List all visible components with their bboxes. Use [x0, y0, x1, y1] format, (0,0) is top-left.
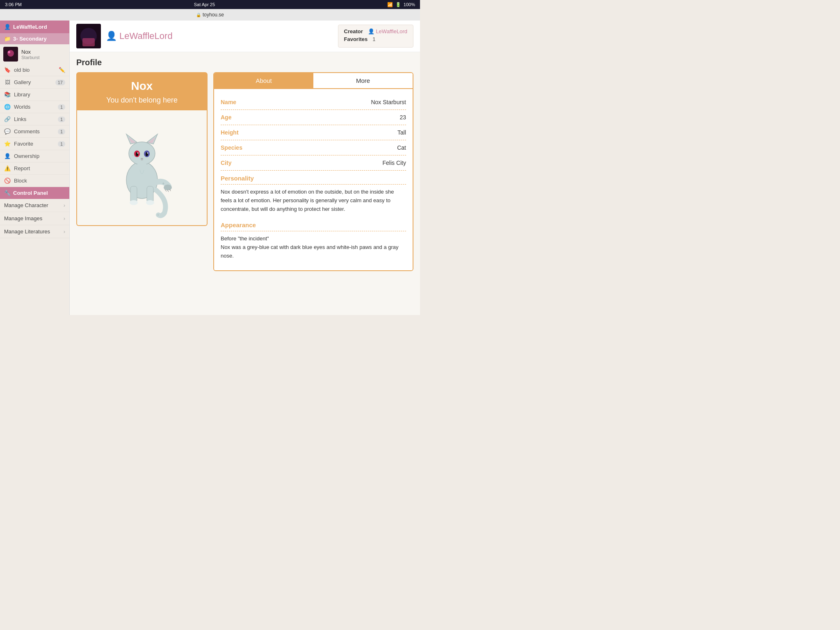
sidebar-item-library[interactable]: 📚 Library	[0, 89, 69, 101]
worlds-icon: 🌐	[4, 104, 11, 110]
sidebar-item-old-bio[interactable]: 🔖 old bio ✏️	[0, 64, 69, 76]
field-label-name: Name	[221, 99, 270, 105]
status-date: Sat Apr 25	[194, 2, 215, 7]
battery-icon: 🔋	[395, 2, 401, 7]
creator-link[interactable]: 👤 LeWaffleLord	[368, 28, 407, 34]
banner-char-name: Nox	[82, 80, 202, 93]
status-right: 📶 🔋 100%	[387, 2, 415, 7]
url-text: toyhou.se	[203, 12, 224, 18]
wifi-icon: 📶	[387, 2, 393, 7]
field-age: Age 23	[221, 110, 406, 125]
field-label-height: Height	[221, 129, 270, 136]
links-icon: 🔗	[4, 116, 11, 122]
bookmark-icon: 🔖	[4, 67, 11, 73]
comments-icon: 💬	[4, 128, 11, 135]
sidebar-label-worlds: Worlds	[14, 104, 55, 110]
info-content: Name Nox Starburst Age 23 Height Tall	[214, 89, 413, 270]
favorite-badge: 1	[58, 141, 65, 147]
sidebar-item-block[interactable]: 🚫 Block	[0, 175, 69, 187]
library-icon: 📚	[4, 91, 11, 98]
sidebar-item-comments[interactable]: 💬 Comments 1	[0, 126, 69, 138]
appearance-header: Appearance	[221, 217, 406, 231]
personality-header: Personality	[221, 171, 406, 185]
folder-icon: 📁	[4, 36, 11, 42]
sidebar-label-ownership: Ownership	[14, 153, 65, 159]
chevron-right-icon-3: ›	[64, 228, 65, 235]
status-bar: 3:06 PM Sat Apr 25 📶 🔋 100%	[0, 0, 420, 9]
svg-text:✦: ✦	[157, 213, 160, 217]
tab-more[interactable]: More	[313, 73, 413, 88]
svg-point-26	[146, 200, 154, 205]
sidebar-label-report: Report	[14, 165, 65, 171]
sidebar-label-favorite: Favorite	[14, 141, 55, 147]
sidebar-item-worlds[interactable]: 🌐 Worlds 1	[0, 101, 69, 113]
favorites-row: Favorites 1	[344, 36, 407, 42]
banner-top: Nox You don't belong here	[76, 72, 208, 110]
svg-point-1	[7, 50, 14, 57]
char-owner-name[interactable]: 👤 LeWaffleLord	[106, 31, 173, 41]
sidebar-item-report[interactable]: ⚠️ Report	[0, 162, 69, 175]
svg-point-7	[129, 142, 155, 165]
sidebar-character[interactable]: Nox Starburst	[0, 44, 69, 64]
field-name: Name Nox Starburst	[221, 95, 406, 110]
creator-row: Creator 👤 LeWaffleLord	[344, 28, 407, 34]
sidebar-folder[interactable]: 📁 3- Secondary	[0, 33, 69, 44]
profile-title: Profile	[76, 58, 413, 67]
field-species: Species Cat	[221, 140, 406, 155]
sidebar-char-name: Nox	[21, 49, 40, 55]
cat-illustration: ✦ ✦	[101, 114, 183, 221]
tab-about[interactable]: About	[214, 73, 313, 88]
links-badge: 1	[58, 116, 65, 122]
sidebar-username[interactable]: 👤 LeWaffleLord	[0, 21, 69, 33]
svg-point-20	[132, 155, 133, 156]
block-icon: 🚫	[4, 178, 11, 184]
user-icon: 👤	[4, 24, 11, 30]
svg-point-2	[8, 51, 10, 53]
char-header-avatar	[76, 24, 101, 48]
ownership-icon: 👤	[4, 153, 11, 159]
creator-label: Creator	[344, 28, 363, 34]
chevron-right-icon-2: ›	[64, 215, 65, 221]
field-value-species: Cat	[397, 144, 406, 151]
edit-icon[interactable]: ✏️	[59, 67, 65, 73]
favorites-label: Favorites	[344, 36, 368, 42]
sidebar-manage-character[interactable]: Manage Character ›	[0, 199, 69, 212]
manage-char-label: Manage Character	[4, 202, 48, 208]
sidebar-item-links[interactable]: 🔗 Links 1	[0, 113, 69, 126]
favorite-icon: ⭐	[4, 141, 11, 147]
personality-text: Nox doesn't express a lot of emotion on …	[221, 188, 406, 213]
sidebar-item-ownership[interactable]: 👤 Ownership	[0, 150, 69, 162]
field-label-city: City	[221, 160, 270, 166]
comments-badge: 1	[58, 129, 65, 135]
svg-rect-5	[82, 38, 95, 46]
sidebar-manage-literatures[interactable]: Manage Literatures ›	[0, 225, 69, 238]
sidebar-label-block: Block	[14, 178, 65, 184]
sidebar-item-favorite[interactable]: ⭐ Favorite 1	[0, 138, 69, 150]
user-icon-header: 👤	[106, 31, 117, 41]
svg-rect-21	[137, 164, 147, 169]
svg-text:✦: ✦	[162, 181, 165, 186]
field-city: City Felis City	[221, 155, 406, 171]
sidebar-item-gallery[interactable]: 🖼 Gallery 17	[0, 76, 69, 89]
profile-body: Nox You don't belong here	[76, 72, 413, 271]
svg-point-18	[141, 158, 143, 160]
gallery-badge: 17	[55, 80, 65, 85]
char-header-name-wrap: 👤 LeWaffleLord	[106, 31, 173, 41]
url-bar[interactable]: 🔒 toyhou.se	[0, 9, 420, 21]
report-icon: ⚠️	[4, 165, 11, 171]
app-container: 👤 LeWaffleLord 📁 3- Secondary Nox Starbu…	[0, 21, 420, 315]
sidebar: 👤 LeWaffleLord 📁 3- Secondary Nox Starbu…	[0, 21, 70, 315]
banner-image: ✦ ✦	[76, 110, 208, 226]
svg-point-24	[164, 185, 172, 190]
creator-icon: 👤	[368, 28, 374, 34]
field-height: Height Tall	[221, 125, 406, 140]
sidebar-label-old-bio: old bio	[14, 67, 55, 73]
char-avatar-small	[3, 47, 18, 62]
field-value-age: 23	[399, 114, 406, 121]
sidebar-manage-images[interactable]: Manage Images ›	[0, 212, 69, 225]
manage-images-label: Manage Images	[4, 215, 42, 221]
field-label-species: Species	[221, 144, 270, 151]
appearance-text: Before "the incident"Nox was a grey-blue…	[221, 235, 406, 260]
battery-level: 100%	[404, 2, 415, 7]
profile-banner: Nox You don't belong here	[76, 72, 208, 271]
